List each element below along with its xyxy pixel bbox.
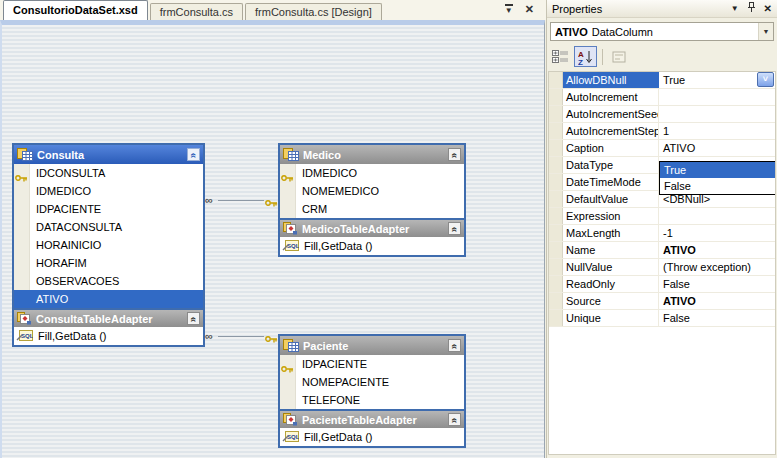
medico-adapter-header[interactable]: MedicoTableAdapter « [280,218,464,237]
object-selector-combobox[interactable]: ATIVO DataColumn ▼ [550,22,774,41]
table-adapter-icon [283,413,298,426]
relation-consulta-paciente[interactable]: ∞ [205,330,278,344]
svg-text:SQL: SQL [287,434,299,440]
property-row-autoincrementseed[interactable]: AutoIncrementSeed [549,106,775,123]
paciente-header[interactable]: Paciente « [280,336,464,355]
auto-hide-pin-icon[interactable] [747,2,756,15]
collapse-button[interactable]: « [187,148,200,161]
table-icon [283,339,299,352]
datatable-paciente[interactable]: Paciente « IDPACIENTE NOMEPACIENTE TELEF… [278,334,466,448]
medico-header[interactable]: Medico « [280,145,464,164]
table-adapter-icon [283,222,298,235]
tab-label: frmConsulta.cs [Design] [255,6,372,18]
collapse-button[interactable]: « [448,222,461,235]
property-row-allowdbnull[interactable]: AllowDBNull True˅ [549,72,775,89]
property-row-autoincrementstep[interactable]: AutoIncrementStep 1 [549,123,775,140]
column-row[interactable]: TELEFONE [280,391,464,409]
property-row-autoincrement[interactable]: AutoIncrement [549,89,775,106]
window-position-icon[interactable]: ▼ [731,5,739,13]
adapter-methods-row[interactable]: SQL Fill,GetData () [14,327,203,345]
property-pages-button[interactable] [608,46,631,67]
active-files-dropdown-icon[interactable]: ▼ [505,4,513,15]
combobox-dropdown-icon[interactable]: ▼ [758,23,773,40]
properties-toolbar: AZ [549,45,775,68]
column-row-selected-ativo[interactable]: ATIVO [14,290,203,308]
column-row[interactable]: DATACONSULTA [14,218,203,236]
column-row[interactable]: CRM [280,200,464,218]
categorized-button[interactable] [549,46,572,67]
primary-key-icon [15,169,28,182]
properties-panel: Properties ▼ ✕ ATIVO DataColumn ▼ AZ All… [546,0,777,458]
tab-frmconsulta-design[interactable]: frmConsulta.cs [Design] [245,3,382,20]
allowdbnull-dropdown-list: True False [659,161,776,195]
tab-frmconsulta-cs[interactable]: frmConsulta.cs [150,3,243,20]
property-row-unique[interactable]: Unique False [549,310,775,327]
svg-text:Z: Z [578,57,583,65]
table-title: Paciente [303,340,348,352]
many-side-icon: ∞ [205,329,213,343]
column-row[interactable]: NOMEPACIENTE [280,373,464,391]
categorized-icon [552,49,569,64]
consulta-adapter-header[interactable]: ConsultaTableAdapter « [14,308,203,327]
close-panel-icon[interactable]: ✕ [764,4,772,14]
value-dropdown-button[interactable]: ˅ [757,72,774,87]
adapter-methods-row[interactable]: SQL Fill,GetData () [280,428,464,446]
adapter-title: PacienteTableAdapter [302,414,417,426]
column-row[interactable]: IDMEDICO [280,164,464,182]
property-row-nullvalue[interactable]: NullValue (Throw exception) [549,259,775,276]
table-title: Consulta [37,149,84,161]
alphabetical-icon: AZ [578,49,593,65]
column-row[interactable]: IDMEDICO [14,182,203,200]
tab-label: ConsultorioDataSet.xsd [13,4,138,16]
dropdown-option-true[interactable]: True [660,162,775,178]
adapter-title: MedicoTableAdapter [302,223,409,235]
column-row[interactable]: IDCONSULTA [14,164,203,182]
tab-label: frmConsulta.cs [160,6,233,18]
property-row-expression[interactable]: Expression [549,208,775,225]
property-row-caption[interactable]: Caption ATIVO [549,140,775,157]
property-row-name[interactable]: Name ATIVO [549,242,775,259]
consulta-header[interactable]: Consulta « [14,145,203,164]
property-grid: AllowDBNull True˅ AutoIncrement AutoIncr… [548,71,776,455]
table-icon [17,148,33,161]
alphabetical-sort-button[interactable]: AZ [574,46,597,67]
toolbar-separator [602,49,603,65]
column-row[interactable]: NOMEMEDICO [280,182,464,200]
column-row[interactable]: OBSERVACOES [14,272,203,290]
primary-key-icon [281,169,294,182]
column-row[interactable]: HORAFIM [14,254,203,272]
one-side-key-icon [265,197,278,209]
sql-icon: SQL [16,329,33,347]
tab-consultoriodataset-xsd[interactable]: ConsultorioDataSet.xsd [3,0,148,20]
sql-icon: SQL [282,239,299,257]
property-row-readonly[interactable]: ReadOnly False [549,276,775,293]
property-row-maxlength[interactable]: MaxLength -1 [549,225,775,242]
close-document-icon[interactable]: ✕ [525,4,534,15]
sql-icon: SQL [282,430,299,448]
property-pages-icon [612,50,627,64]
panel-title: Properties [552,3,602,15]
one-side-key-icon [265,333,278,345]
primary-key-icon [281,360,294,373]
collapse-button[interactable]: « [448,339,461,352]
properties-titlebar[interactable]: Properties ▼ ✕ [547,0,777,18]
table-icon [283,148,299,161]
collapse-button[interactable]: « [448,413,461,426]
document-tabstrip: ConsultorioDataSet.xsd frmConsulta.cs fr… [0,0,546,20]
column-row[interactable]: IDPACIENTE [280,355,464,373]
column-row[interactable]: IDPACIENTE [14,200,203,218]
datatable-consulta[interactable]: Consulta « IDCONSULTA IDMEDICO IDPACIENT… [12,143,205,347]
paciente-adapter-header[interactable]: PacienteTableAdapter « [280,409,464,428]
adapter-methods-row[interactable]: SQL Fill,GetData () [280,237,464,255]
dropdown-option-false[interactable]: False [660,178,775,194]
table-title: Medico [303,149,341,161]
datatable-medico[interactable]: Medico « IDMEDICO NOMEMEDICO CRM MedicoT… [278,143,466,257]
collapse-button[interactable]: « [448,148,461,161]
property-row-source[interactable]: Source ATIVO [549,293,775,310]
column-row[interactable]: HORAINICIO [14,236,203,254]
collapse-button[interactable]: « [187,312,200,325]
table-adapter-icon [17,312,32,325]
ide-window: ConsultorioDataSet.xsd frmConsulta.cs fr… [0,0,777,458]
relation-consulta-medico[interactable]: ∞ [205,194,278,208]
many-side-icon: ∞ [205,193,213,207]
